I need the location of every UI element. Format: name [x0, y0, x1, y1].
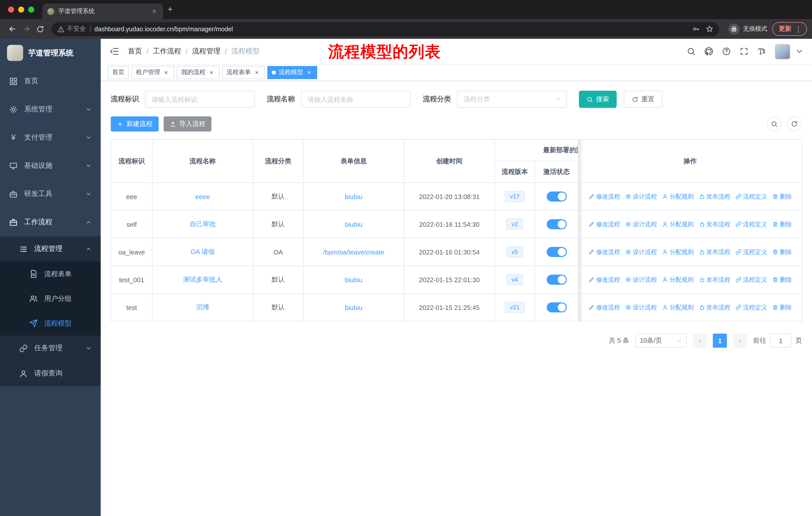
security-indicator[interactable]: 不安全	[57, 25, 86, 33]
fullscreen-icon[interactable]	[740, 47, 749, 56]
process-category-select[interactable]: 流程分类	[457, 91, 567, 108]
process-name-link[interactable]: OA 请假	[191, 248, 214, 255]
next-page-button[interactable]: ›	[733, 333, 747, 348]
sidebar-item-devtools[interactable]: 研发工具	[0, 180, 101, 208]
toggle-search-button[interactable]	[767, 116, 782, 132]
process-name-input[interactable]	[301, 91, 411, 108]
publish-process-link[interactable]: 发布流程	[699, 220, 730, 228]
delete-link[interactable]: 删除	[772, 248, 792, 256]
reset-button[interactable]: 重置	[624, 91, 663, 108]
browser-tab[interactable]: 芋道管理系统	[42, 3, 163, 19]
status-toggle[interactable]	[547, 191, 567, 201]
process-definition-link[interactable]: 流程定义	[735, 248, 767, 256]
tag-process-model[interactable]: 流程模型 ×	[267, 66, 317, 79]
page-size-select[interactable]: 10条/页	[635, 333, 687, 348]
process-definition-link[interactable]: 流程定义	[735, 303, 767, 312]
breadcrumb-item[interactable]: 工作流程	[153, 47, 181, 56]
close-icon[interactable]: ×	[306, 69, 313, 76]
create-process-button[interactable]: 新建流程	[111, 116, 158, 132]
url-text[interactable]: dashboard.yudao.iocoder.cn/bpm/manager/m…	[94, 25, 688, 32]
modify-process-link[interactable]: 修改流程	[588, 220, 620, 228]
search-button[interactable]: 搜索	[579, 91, 617, 108]
process-name-link[interactable]: 测试多审批人	[183, 276, 222, 283]
publish-process-link[interactable]: 发布流程	[699, 303, 730, 312]
update-button[interactable]: 更新 ⋮	[772, 22, 807, 36]
design-process-link[interactable]: 设计流程	[625, 303, 657, 312]
delete-link[interactable]: 删除	[772, 303, 792, 312]
sidebar-item-workflow[interactable]: 工作流程	[0, 208, 101, 236]
browser-menu-icon[interactable]: ⋮	[795, 25, 802, 33]
process-name-link[interactable]: eeee	[195, 193, 210, 200]
process-name-link[interactable]: 自己审批	[190, 220, 216, 228]
modify-process-link[interactable]: 修改流程	[588, 248, 620, 256]
goto-page-input[interactable]	[770, 333, 791, 348]
reload-button[interactable]	[33, 22, 47, 36]
sidebar-item-task-management[interactable]: 任务管理	[0, 335, 101, 361]
assign-rule-link[interactable]: 分配规则	[662, 303, 694, 312]
star-bookmark-icon[interactable]	[706, 25, 713, 33]
close-icon[interactable]: ×	[163, 69, 170, 76]
publish-process-link[interactable]: 发布流程	[699, 248, 730, 256]
assign-rule-link[interactable]: 分配规则	[662, 220, 694, 228]
import-process-button[interactable]: 导入流程	[164, 116, 211, 132]
publish-process-link[interactable]: 发布流程	[699, 275, 730, 284]
sidebar-item-process-model[interactable]: 流程模型	[0, 311, 101, 335]
sidebar-item-leave-query[interactable]: 请假查询	[0, 361, 101, 386]
status-toggle[interactable]	[547, 219, 567, 229]
form-info-link[interactable]: biubiu	[345, 304, 362, 311]
publish-process-link[interactable]: 发布流程	[699, 192, 730, 201]
user-avatar[interactable]	[775, 44, 790, 59]
design-process-link[interactable]: 设计流程	[625, 192, 657, 201]
process-id-input[interactable]	[145, 91, 255, 108]
sidebar-item-payment[interactable]: ¥ 支付管理	[0, 124, 101, 152]
status-toggle[interactable]	[547, 247, 567, 257]
search-icon[interactable]	[687, 47, 696, 56]
delete-link[interactable]: 删除	[772, 220, 792, 228]
process-name-link[interactable]: 滔博	[196, 303, 209, 311]
design-process-link[interactable]: 设计流程	[625, 275, 657, 284]
close-window-button[interactable]	[8, 6, 14, 12]
status-toggle[interactable]	[547, 275, 567, 285]
process-definition-link[interactable]: 流程定义	[735, 275, 767, 284]
modify-process-link[interactable]: 修改流程	[588, 275, 620, 284]
tag-process-form[interactable]: 流程表单 ×	[222, 66, 265, 79]
current-page-button[interactable]: 1	[713, 333, 727, 348]
status-toggle[interactable]	[547, 302, 567, 313]
tab-close-icon[interactable]	[150, 7, 158, 16]
sidebar-item-system[interactable]: 系统管理	[0, 95, 101, 124]
question-icon[interactable]	[722, 47, 731, 56]
process-definition-link[interactable]: 流程定义	[735, 192, 767, 201]
maximize-window-button[interactable]	[28, 6, 34, 12]
assign-rule-link[interactable]: 分配规则	[662, 275, 694, 284]
github-icon[interactable]	[704, 47, 713, 56]
delete-link[interactable]: 删除	[772, 192, 792, 201]
delete-link[interactable]: 删除	[772, 275, 792, 284]
sidebar-item-infrastructure[interactable]: 基础设施	[0, 152, 101, 180]
new-tab-button[interactable]: +	[163, 2, 177, 17]
sidebar-item-user-group[interactable]: 用户分组	[0, 286, 101, 311]
close-icon[interactable]: ×	[253, 69, 260, 76]
process-definition-link[interactable]: 流程定义	[735, 220, 767, 228]
form-info-link[interactable]: biubiu	[345, 193, 362, 200]
assign-rule-link[interactable]: 分配规则	[662, 192, 694, 201]
sidebar-item-process-management[interactable]: 流程管理	[0, 236, 101, 262]
tag-home[interactable]: 首页	[108, 66, 129, 79]
design-process-link[interactable]: 设计流程	[625, 220, 657, 228]
tag-tenant[interactable]: 租户管理 ×	[132, 66, 174, 79]
modify-process-link[interactable]: 修改流程	[588, 192, 620, 201]
sidebar-item-process-form[interactable]: 流程表单	[0, 262, 101, 286]
refresh-table-button[interactable]	[787, 116, 802, 132]
font-size-icon[interactable]	[757, 47, 766, 56]
close-icon[interactable]: ×	[208, 69, 215, 76]
prev-page-button[interactable]: ‹	[693, 333, 707, 348]
modify-process-link[interactable]: 修改流程	[588, 303, 620, 312]
breadcrumb-item[interactable]: 流程管理	[192, 47, 221, 56]
back-button[interactable]	[5, 22, 19, 36]
breadcrumb-item[interactable]: 首页	[128, 47, 142, 56]
key-icon[interactable]	[692, 25, 700, 33]
address-bar[interactable]: 不安全 dashboard.yudao.iocoder.cn/bpm/manag…	[51, 22, 719, 36]
form-info-link[interactable]: biubiu	[345, 276, 362, 283]
hamburger-icon[interactable]	[109, 46, 120, 57]
form-info-link[interactable]: /bpm/oa/leave/create	[323, 248, 384, 256]
minimize-window-button[interactable]	[18, 6, 24, 12]
